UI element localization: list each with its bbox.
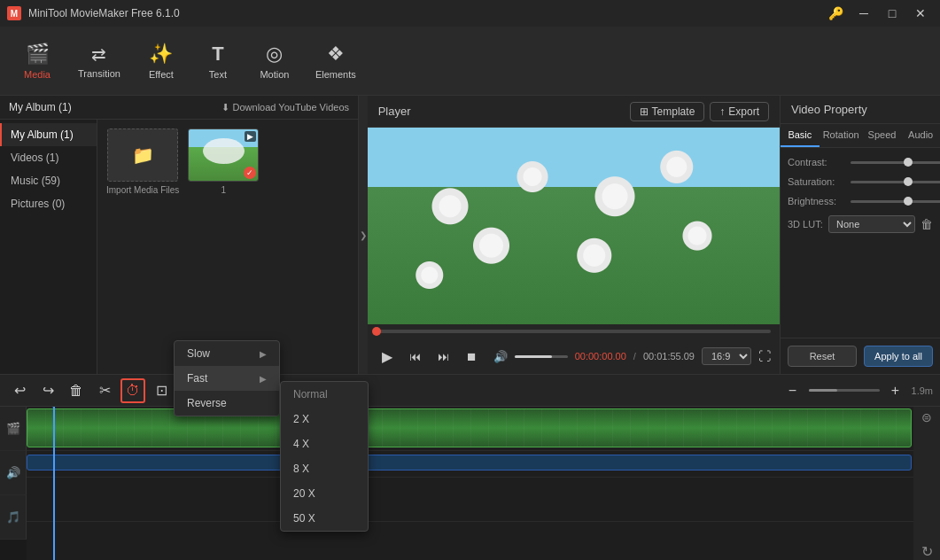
brightness-slider[interactable]	[851, 200, 940, 203]
apply-all-button[interactable]: Apply to all	[864, 346, 933, 367]
property-buttons: Reset Apply to all	[781, 338, 940, 374]
tab-audio[interactable]: Audio	[901, 124, 940, 147]
speed-slow-item[interactable]: Slow ▶	[175, 341, 279, 366]
lut-delete-button[interactable]: 🗑	[921, 217, 933, 231]
delete-button[interactable]: 🗑	[64, 378, 89, 403]
audio-sync-button[interactable]: ↻	[921, 543, 933, 560]
volume-area: 🔊	[490, 346, 568, 367]
tab-basic[interactable]: Basic	[781, 124, 820, 147]
progress-thumb[interactable]	[372, 327, 381, 336]
timeline-right-controls: ⊜ ↻	[913, 407, 940, 560]
media-label: Media	[24, 69, 50, 80]
speed-reverse-item[interactable]: Reverse	[175, 391, 279, 416]
music-track-content	[27, 478, 913, 521]
collapse-button[interactable]: ❯	[359, 96, 368, 374]
motion-label: Motion	[260, 69, 289, 80]
undo-button[interactable]: ↩	[7, 378, 32, 403]
sidebar-item-music[interactable]: Music (59)	[0, 169, 97, 192]
toolbar-motion[interactable]: ◎ Motion	[248, 37, 301, 85]
player-toolbar: Player ⊞ Template ↑ Export	[368, 96, 780, 128]
tab-speed[interactable]: Speed	[863, 124, 902, 147]
speed-fast-item[interactable]: Fast ▶	[175, 366, 279, 391]
window-controls: 🔑 ─ □ ✕	[823, 4, 933, 22]
speed-normal-item[interactable]: Normal	[281, 382, 368, 407]
text-icon: T	[212, 43, 223, 66]
zoom-track[interactable]	[809, 389, 880, 392]
saturation-slider-wrap: 0.0	[851, 176, 940, 187]
sidebar-item-pictures[interactable]: Pictures (0)	[0, 192, 97, 215]
next-frame-button[interactable]: ⏭	[433, 346, 454, 367]
speed-fast-submenu: Normal 2 X 4 X 8 X 20 X 50 X	[280, 381, 369, 532]
right-panel: Video Property Basic Rotation Speed Audi…	[781, 96, 940, 374]
contrast-slider[interactable]	[851, 161, 940, 164]
main-toolbar: 🎬 Media ⇄ Transition ✨ Effect T Text ◎ M…	[0, 27, 940, 96]
tab-rotation[interactable]: Rotation	[820, 124, 863, 147]
toolbar-transition[interactable]: ⇄ Transition	[67, 38, 131, 84]
property-content: Contrast: 0.0 Saturation: 0.0 Brightness…	[781, 148, 940, 242]
aspect-ratio-select[interactable]: 16:9 9:16 4:3 1:1	[702, 347, 751, 365]
toolbar-effect[interactable]: ✨ Effect	[135, 37, 188, 85]
media-item-1[interactable]: ▶ ✓ 1	[188, 128, 259, 195]
maximize-button[interactable]: □	[880, 4, 905, 22]
volume-fill	[515, 355, 552, 358]
cut-button[interactable]: ✂	[92, 378, 117, 403]
media-grid: 📁 Import Media Files ▶ ✓ 1	[97, 120, 358, 374]
time-total: 00:01:55.09	[643, 351, 695, 362]
app-icon: M	[7, 6, 21, 20]
speed-20x-item[interactable]: 20 X	[281, 481, 368, 506]
playhead[interactable]	[53, 407, 55, 560]
import-media-item[interactable]: 📁 Import Media Files	[106, 128, 179, 195]
redo-button[interactable]: ↪	[35, 378, 60, 403]
video-clip[interactable]	[27, 408, 912, 447]
audio-clip[interactable]	[27, 455, 912, 471]
speed-2x-item[interactable]: 2 X	[281, 407, 368, 432]
key-icon[interactable]: 🔑	[823, 4, 848, 22]
play-button[interactable]: ▶	[377, 346, 398, 367]
volume-track[interactable]	[515, 355, 568, 358]
sidebar-item-album[interactable]: My Album (1)	[0, 123, 97, 146]
speed-button[interactable]: ⏱	[120, 378, 145, 403]
player-controls: ▶ ⏮ ⏭ ⏹ 🔊 00:00:00.00 / 00:01:55.09 16:9…	[368, 338, 780, 374]
clip-inner	[27, 409, 911, 447]
prev-frame-button[interactable]: ⏮	[405, 346, 426, 367]
speed-8x-item[interactable]: 8 X	[281, 456, 368, 481]
contrast-label: Contrast:	[788, 157, 845, 167]
toolbar-elements[interactable]: ❖ Elements	[305, 37, 367, 85]
contrast-row: Contrast: 0.0	[788, 157, 933, 167]
toolbar-text[interactable]: T Text	[191, 37, 245, 85]
close-button[interactable]: ✕	[908, 4, 933, 22]
lut-select[interactable]: None	[828, 215, 915, 233]
volume-button[interactable]: 🔊	[490, 346, 511, 367]
crop-button[interactable]: ⊡	[149, 378, 174, 403]
transition-label: Transition	[78, 68, 120, 79]
template-button[interactable]: ⊞ Template	[630, 102, 705, 121]
sidebar-item-videos[interactable]: Videos (1)	[0, 146, 97, 169]
zoom-plus-button[interactable]: +	[883, 378, 908, 403]
export-icon: ↑	[719, 105, 725, 118]
audio-track-content	[27, 451, 913, 477]
stop-button[interactable]: ⏹	[462, 346, 483, 367]
zoom-minus-button[interactable]: −	[781, 378, 805, 403]
toolbar-media[interactable]: 🎬 Media	[11, 37, 64, 85]
progress-bar-area[interactable]	[368, 324, 780, 338]
music-track-row	[27, 478, 913, 522]
effect-icon: ✨	[149, 43, 173, 66]
progress-track[interactable]	[377, 330, 771, 333]
reset-button[interactable]: Reset	[788, 346, 857, 367]
property-tabs: Basic Rotation Speed Audio	[781, 124, 940, 148]
fullscreen-button[interactable]: ⛶	[758, 349, 771, 363]
speed-4x-item[interactable]: 4 X	[281, 432, 368, 456]
transition-icon: ⇄	[91, 43, 106, 65]
title-bar: M MiniTool MovieMaker Free 6.1.0 🔑 ─ □ ✕	[0, 0, 940, 27]
export-button[interactable]: ↑ Export	[710, 102, 769, 121]
elements-icon: ❖	[327, 43, 345, 66]
type-badge: ▶	[245, 131, 256, 142]
download-youtube-button[interactable]: ⬇ Download YouTube Videos	[221, 102, 350, 113]
saturation-slider[interactable]	[851, 181, 940, 183]
audio-detach-button[interactable]: ⊜	[921, 410, 932, 424]
slow-label: Slow	[187, 347, 210, 360]
brightness-slider-wrap: 0.0	[851, 196, 940, 206]
speed-50x-item[interactable]: 50 X	[281, 506, 368, 531]
left-panel-top: My Album (1) ⬇ Download YouTube Videos	[0, 96, 358, 120]
minimize-button[interactable]: ─	[851, 4, 876, 22]
